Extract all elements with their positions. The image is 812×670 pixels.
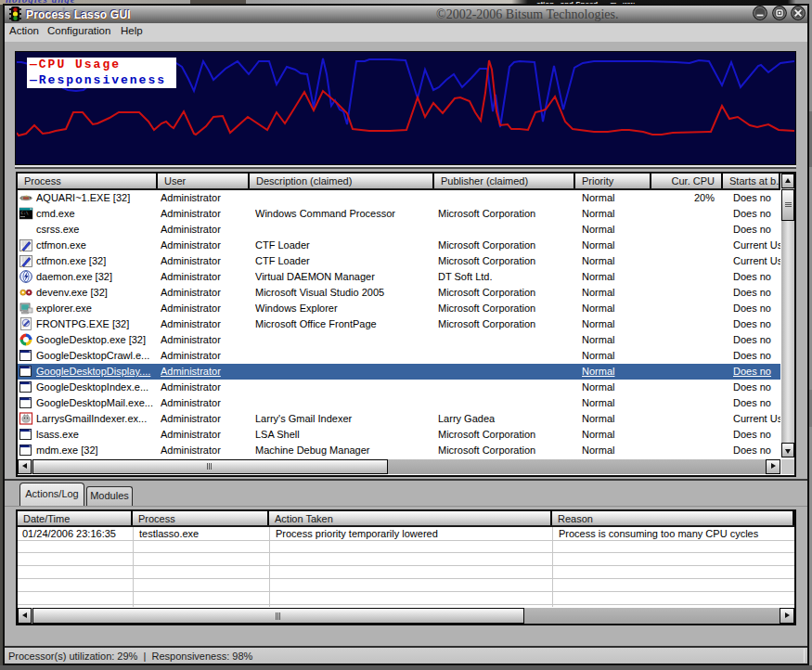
svg-text:C:\: C:\ — [21, 211, 29, 215]
